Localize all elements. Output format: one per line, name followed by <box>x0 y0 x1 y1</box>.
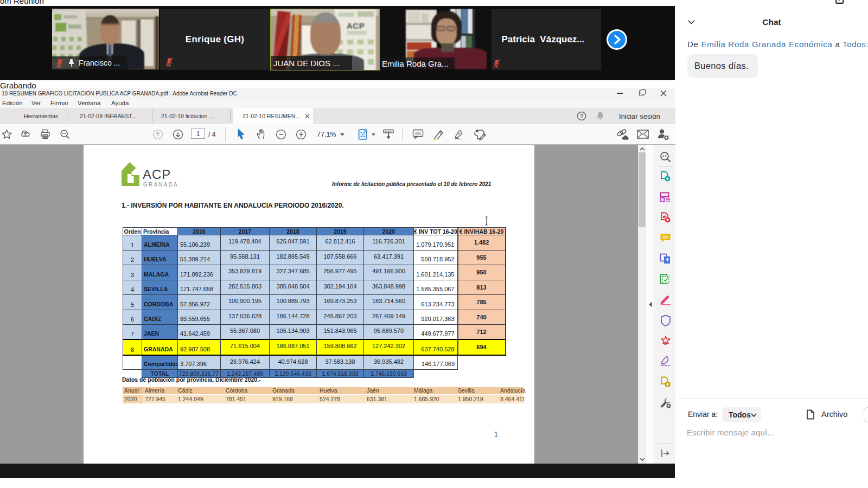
svg-text:?: ? <box>580 113 583 119</box>
